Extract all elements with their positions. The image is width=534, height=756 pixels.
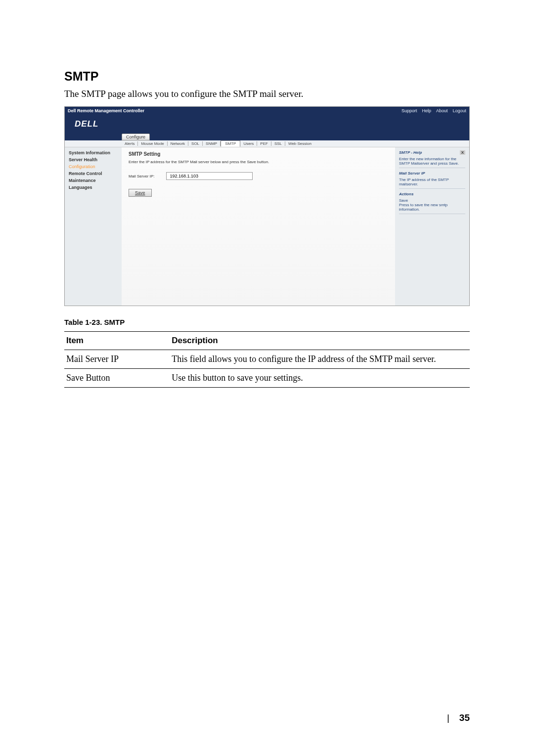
intro-text: The SMTP page allows you to configure th…	[64, 89, 470, 99]
sidebar-item-configuration[interactable]: Configuration	[69, 164, 118, 169]
mail-server-ip-input[interactable]	[166, 172, 253, 180]
table-row: Save Button Use this button to save your…	[64, 369, 470, 388]
cell-desc: Use this button to save your settings.	[170, 369, 470, 388]
mail-server-ip-label: Mail Server IP:	[129, 174, 154, 178]
tab-mouse-mode[interactable]: Mouse Mode	[138, 141, 167, 146]
config-bar: Configure	[65, 133, 469, 140]
section-heading: SMTP	[64, 69, 470, 84]
cell-item: Save Button	[64, 369, 170, 388]
header-bar: DELL	[65, 115, 469, 133]
sidebar-item-remote-control[interactable]: Remote Control	[69, 171, 118, 176]
tab-strip: Alerts Mouse Mode Network SOL SNMP SMTP …	[65, 140, 469, 147]
tab-sol[interactable]: SOL	[188, 141, 203, 146]
help-text-intro: Enter the new information for the SMTP M…	[399, 157, 465, 168]
help-title: SMTP - Help	[399, 150, 422, 155]
tab-network[interactable]: Network	[168, 141, 188, 146]
panel-subtitle: Enter the IP address for the SMTP Mail s…	[129, 160, 388, 164]
close-icon[interactable]: X	[460, 150, 465, 155]
sidebar-nav: System Information Server Health Configu…	[65, 147, 122, 306]
save-button[interactable]: Save	[129, 189, 152, 197]
link-support[interactable]: Support	[401, 108, 417, 113]
th-item: Item	[64, 332, 170, 350]
help-text-mail-server-ip: The IP address of the SMTP mailserver.	[399, 178, 465, 189]
sidebar-item-languages[interactable]: Languages	[69, 185, 118, 190]
sidebar-item-system-information[interactable]: System Information	[69, 150, 118, 155]
help-sec-actions: Actions	[399, 192, 465, 196]
tab-alerts[interactable]: Alerts	[122, 141, 138, 146]
link-logout[interactable]: Logout	[452, 108, 466, 113]
tab-snmp[interactable]: SNMP	[203, 141, 221, 146]
table-caption: Table 1-23. SMTP	[64, 318, 470, 326]
cell-item: Mail Server IP	[64, 350, 170, 369]
page-number: |35	[447, 712, 470, 723]
link-about[interactable]: About	[436, 108, 448, 113]
tab-web-session[interactable]: Web Session	[285, 141, 314, 146]
dell-logo: DELL	[75, 119, 98, 129]
tab-ssl[interactable]: SSL	[271, 141, 285, 146]
help-panel: SMTP - Help X Enter the new information …	[395, 147, 469, 306]
main-panel: SMTP Setting Enter the IP address for th…	[122, 147, 395, 306]
table-row: Mail Server IP This field allows you to …	[64, 350, 470, 369]
sidebar-item-server-health[interactable]: Server Health	[69, 157, 118, 162]
top-links: Support Help About Logout	[401, 108, 466, 113]
screenshot-dell-smtp: Dell Remote Management Controller Suppor…	[64, 106, 470, 306]
tab-pef[interactable]: PEF	[257, 141, 271, 146]
window-titlebar: Dell Remote Management Controller Suppor…	[65, 107, 469, 115]
tab-users[interactable]: Users	[240, 141, 257, 146]
help-text-actions: SavePress to save the new smtp informati…	[399, 198, 465, 214]
sidebar-item-maintenance[interactable]: Maintenance	[69, 178, 118, 183]
link-help[interactable]: Help	[422, 108, 431, 113]
tab-smtp[interactable]: SMTP	[221, 140, 240, 147]
th-description: Description	[170, 332, 470, 350]
window-title: Dell Remote Management Controller	[68, 108, 144, 113]
help-sec-mail-server-ip: Mail Server IP	[399, 171, 465, 176]
cell-desc: This field allows you to configure the I…	[170, 350, 470, 369]
panel-title: SMTP Setting	[129, 151, 388, 157]
description-table: Item Description Mail Server IP This fie…	[64, 331, 470, 388]
configure-button[interactable]: Configure	[122, 133, 150, 140]
